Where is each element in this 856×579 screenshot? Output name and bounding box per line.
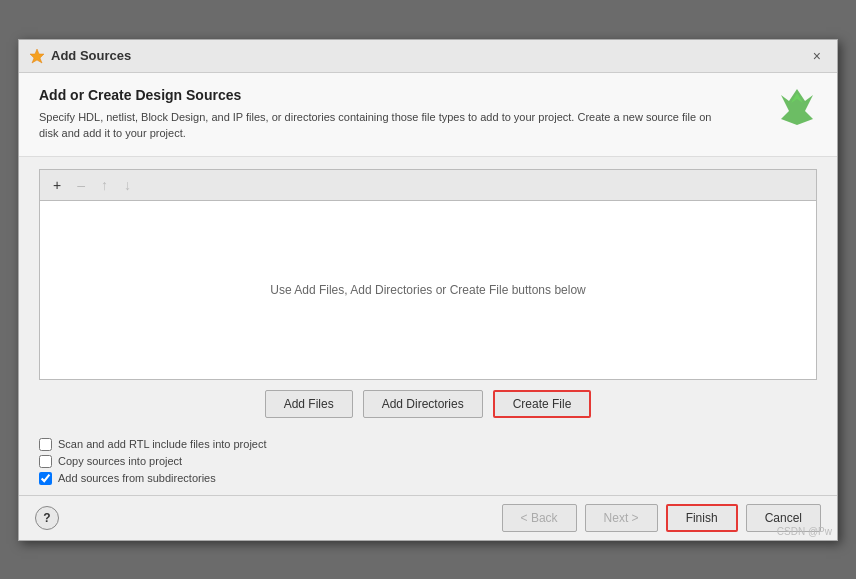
add-subdirs-checkbox[interactable] (39, 472, 52, 485)
scan-rtl-row: Scan and add RTL include files into proj… (39, 438, 817, 451)
copy-sources-row: Copy sources into project (39, 455, 817, 468)
move-down-toolbar-btn[interactable]: ↓ (117, 174, 138, 196)
content-section: + – ↑ ↓ Use Add Files, Add Directories o… (19, 157, 837, 430)
dialog: Add Sources × Add or Create Design Sourc… (18, 39, 838, 541)
header-section: Add or Create Design Sources Specify HDL… (19, 73, 837, 157)
move-up-toolbar-btn[interactable]: ↑ (94, 174, 115, 196)
file-list: Use Add Files, Add Directories or Create… (39, 200, 817, 380)
finish-button[interactable]: Finish (666, 504, 738, 532)
copy-sources-checkbox[interactable] (39, 455, 52, 468)
scan-rtl-checkbox[interactable] (39, 438, 52, 451)
next-button[interactable]: Next > (585, 504, 658, 532)
action-buttons: Add Files Add Directories Create File (39, 390, 817, 418)
dialog-title: Add Sources (51, 48, 131, 63)
close-button[interactable]: × (807, 46, 827, 66)
scan-rtl-label: Scan and add RTL include files into proj… (58, 438, 267, 450)
title-bar: Add Sources × (19, 40, 837, 73)
footer: ? < Back Next > Finish Cancel (19, 495, 837, 540)
header-description: Specify HDL, netlist, Block Design, and … (39, 109, 719, 142)
add-directories-button[interactable]: Add Directories (363, 390, 483, 418)
options-section: Scan and add RTL include files into proj… (19, 430, 837, 495)
vivado-logo (777, 87, 817, 127)
spark-icon (29, 48, 45, 64)
back-button[interactable]: < Back (502, 504, 577, 532)
add-subdirs-label: Add sources from subdirectories (58, 472, 216, 484)
file-list-empty-message: Use Add Files, Add Directories or Create… (270, 283, 585, 297)
copy-sources-label: Copy sources into project (58, 455, 182, 467)
svg-marker-0 (30, 49, 44, 63)
remove-file-toolbar-btn[interactable]: – (70, 174, 92, 196)
add-file-toolbar-btn[interactable]: + (46, 174, 68, 196)
help-button[interactable]: ? (35, 506, 59, 530)
file-toolbar: + – ↑ ↓ (39, 169, 817, 200)
create-file-button[interactable]: Create File (493, 390, 592, 418)
add-subdirs-row: Add sources from subdirectories (39, 472, 817, 485)
watermark: CSDN @Pw (777, 526, 832, 537)
header-title: Add or Create Design Sources (39, 87, 767, 103)
add-files-button[interactable]: Add Files (265, 390, 353, 418)
